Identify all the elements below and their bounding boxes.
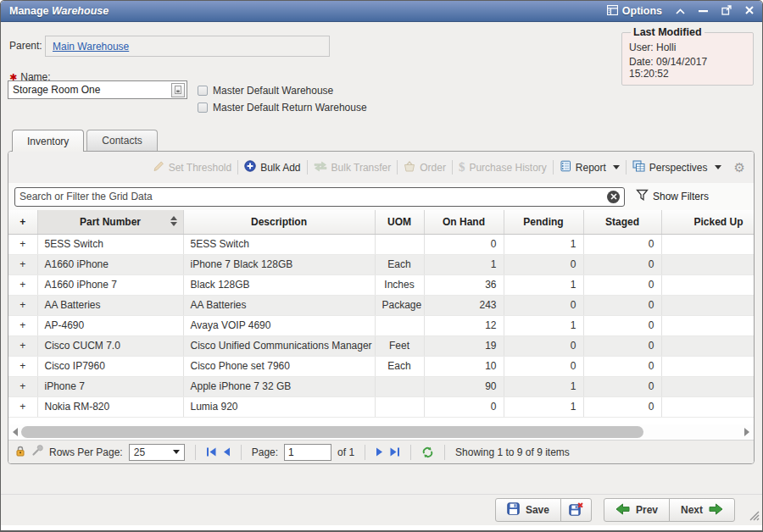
sort-icon <box>170 216 177 226</box>
table-row[interactable]: +A1660 iPhone 7Black 128GBInches3610 <box>8 274 754 295</box>
row-expand-toggle[interactable]: + <box>8 315 37 335</box>
popout-button[interactable] <box>721 5 732 18</box>
grid-settings-gear-icon[interactable]: ⚙ <box>734 160 745 175</box>
collapse-button[interactable] <box>676 5 685 17</box>
close-button[interactable] <box>745 5 754 17</box>
save-button[interactable]: Save <box>495 498 561 522</box>
inventory-panel: Set Threshold Bulk Add Bulk Transfer Ord… <box>8 151 755 464</box>
name-field-picker-button[interactable] <box>171 83 185 97</box>
save-and-close-button[interactable] <box>560 498 592 522</box>
row-expand-toggle[interactable]: + <box>8 356 37 376</box>
row-expand-toggle[interactable]: + <box>8 335 37 356</box>
tab-contacts[interactable]: Contacts <box>86 130 157 151</box>
page-label: Page: <box>252 446 278 458</box>
basket-icon <box>404 161 415 175</box>
cell-staged: 0 <box>583 335 661 356</box>
cell-desc: 5ESS Switch <box>183 234 375 254</box>
cell-pending: 0 <box>504 295 583 315</box>
last-page-button[interactable] <box>389 447 400 457</box>
cell-staged: 0 <box>583 376 661 396</box>
search-input[interactable] <box>19 191 607 202</box>
wrench-icon[interactable] <box>31 445 43 459</box>
funnel-icon <box>636 189 649 204</box>
clear-search-button[interactable] <box>607 191 620 203</box>
grid-search-row: Show Filters <box>8 183 754 210</box>
cell-uom: Inches <box>375 274 424 295</box>
rows-per-page-select[interactable]: 25 <box>129 444 185 461</box>
cell-picked_up <box>661 295 754 315</box>
refresh-icon[interactable] <box>421 446 434 458</box>
bulk-add-button[interactable]: Bulk Add <box>238 160 306 175</box>
cell-pending: 0 <box>504 254 583 274</box>
cell-desc: Lumia 920 <box>183 396 375 417</box>
table-row[interactable]: +5ESS Switch5ESS Switch010 <box>8 234 754 254</box>
header-description[interactable]: Description <box>183 210 375 234</box>
window-bottom-strip <box>1 525 762 530</box>
next-button[interactable]: Next <box>669 498 735 522</box>
purchase-history-button[interactable]: $ Purchase History <box>453 160 553 175</box>
options-button[interactable]: Options <box>607 5 662 18</box>
row-expand-toggle[interactable]: + <box>8 376 37 396</box>
previous-page-button[interactable] <box>223 447 231 457</box>
cell-part: Cisco IP7960 <box>37 356 183 376</box>
row-expand-toggle[interactable]: + <box>8 234 37 254</box>
header-staged[interactable]: Staged <box>583 210 661 234</box>
header-expand[interactable]: + <box>8 210 37 234</box>
cell-part: Nokia RM-820 <box>37 396 183 417</box>
perspectives-dropdown-button[interactable]: Perspectives <box>627 160 727 175</box>
table-row[interactable]: +Cisco CUCM 7.0Cisco Unified Communicati… <box>8 335 754 356</box>
lock-icon[interactable] <box>15 446 25 459</box>
resize-grip[interactable] <box>749 510 760 524</box>
header-uom[interactable]: UOM <box>375 210 424 234</box>
scrollbar-track[interactable] <box>19 426 743 438</box>
header-on-hand[interactable]: On Hand <box>424 210 504 234</box>
row-expand-toggle[interactable]: + <box>8 295 37 315</box>
bulk-transfer-button[interactable]: Bulk Transfer <box>308 161 398 175</box>
order-button[interactable]: Order <box>398 161 452 175</box>
tab-inventory[interactable]: Inventory <box>12 130 84 152</box>
row-expand-toggle[interactable]: + <box>8 396 37 417</box>
report-dropdown-button[interactable]: Report <box>554 160 626 175</box>
parent-label: Parent: <box>9 40 42 52</box>
title-bar: Manage Warehouse Options <box>1 1 762 22</box>
table-row[interactable]: +Cisco IP7960Cisco Phone set 7960Each100… <box>8 356 754 376</box>
header-pending[interactable]: Pending <box>504 210 583 234</box>
header-part-number[interactable]: Part Number <box>37 210 183 234</box>
show-filters-button[interactable]: Show Filters <box>636 189 709 204</box>
cell-uom: Package <box>375 295 424 315</box>
scroll-left-arrow-icon[interactable] <box>11 427 19 437</box>
table-row[interactable]: +A1660 iPhoneiPhone 7 Black 128GBEach100 <box>8 254 754 274</box>
table-row[interactable]: +iPhone 7Apple iPhone 7 32 GB9010 <box>8 376 754 396</box>
header-picked-up[interactable]: Picked Up <box>661 210 754 234</box>
parent-warehouse-link[interactable]: Main Warehouse <box>53 41 129 53</box>
horizontal-scrollbar[interactable] <box>8 424 754 440</box>
table-row[interactable]: +AP-4690Avaya VOIP 46901210 <box>8 315 754 335</box>
row-expand-toggle[interactable]: + <box>8 274 37 295</box>
scrollbar-thumb[interactable] <box>21 426 643 438</box>
row-expand-toggle[interactable]: + <box>8 254 37 274</box>
master-default-warehouse-checkbox[interactable] <box>198 86 208 96</box>
cell-part: AP-4690 <box>37 315 183 335</box>
table-header-row: + Part Number Description UOM On Hand Pe… <box>8 210 754 234</box>
name-field-wrap <box>8 80 187 99</box>
cell-on_hand: 90 <box>424 376 504 396</box>
table-row[interactable]: +Nokia RM-820Lumia 920010 <box>8 396 754 417</box>
minimize-button[interactable] <box>699 5 708 17</box>
first-page-button[interactable] <box>206 447 217 457</box>
cell-part: Cisco CUCM 7.0 <box>37 335 183 356</box>
next-page-button[interactable] <box>376 447 383 457</box>
chevron-down-icon <box>173 450 180 454</box>
master-default-return-warehouse-checkbox[interactable] <box>198 103 208 113</box>
prev-button[interactable]: Prev <box>604 498 670 522</box>
name-input[interactable] <box>13 84 171 96</box>
cell-picked_up <box>661 274 754 295</box>
cell-on_hand: 19 <box>424 335 504 356</box>
scroll-right-arrow-icon[interactable] <box>743 427 751 437</box>
cell-uom <box>375 376 424 396</box>
table-row[interactable]: +AA BatteriesAA BatteriesPackage24300 <box>8 295 754 315</box>
document-icon <box>175 86 181 94</box>
set-threshold-button[interactable]: Set Threshold <box>147 160 238 175</box>
options-list-icon <box>607 5 618 18</box>
page-number-input[interactable] <box>284 444 331 461</box>
chevron-down-icon <box>613 165 620 169</box>
